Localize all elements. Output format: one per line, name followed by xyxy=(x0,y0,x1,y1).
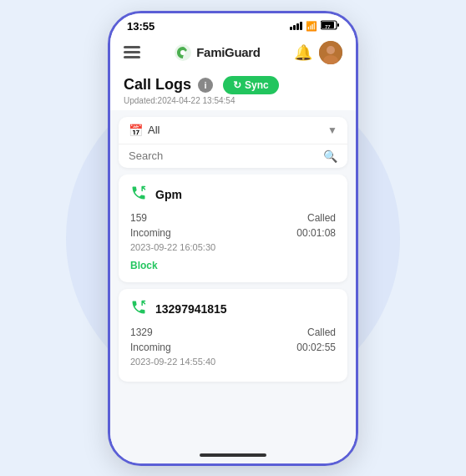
info-icon[interactable]: i xyxy=(198,78,213,93)
logo-icon xyxy=(174,43,192,62)
svg-point-5 xyxy=(180,50,185,55)
status-bar: 13:55 📶 77 xyxy=(110,13,356,36)
call-detail-row-1b: Incoming 00:01:08 xyxy=(130,227,336,239)
svg-point-7 xyxy=(327,46,335,54)
contact-name-1: Gpm xyxy=(155,188,182,201)
call-short-id-2: 1329 xyxy=(130,327,153,338)
phone-content: Call Logs i ↻ Sync Updated:2024-04-22 13… xyxy=(110,69,356,466)
call-short-id-1: 159 xyxy=(130,212,147,224)
filter-label: All xyxy=(148,124,160,136)
status-time: 13:55 xyxy=(127,20,154,33)
updated-text: Updated:2024-04-22 13:54:54 xyxy=(124,96,342,105)
battery-icon: 77 xyxy=(321,20,339,32)
top-nav: FamiGuard 🔔 xyxy=(110,36,356,69)
call-type-1: Called xyxy=(307,212,336,224)
call-list: Gpm 159 Called Incoming 00:01:08 2023-09… xyxy=(110,175,356,435)
home-indicator xyxy=(200,453,266,457)
call-detail-row-2a: 1329 Called xyxy=(130,327,336,338)
phone-frame: 13:55 📶 77 xyxy=(108,11,358,466)
logo-text: FamiGuard xyxy=(196,45,260,59)
call-direction-1: Incoming xyxy=(130,227,171,239)
call-duration-2: 00:02:55 xyxy=(296,342,336,353)
filter-left: 📅 All xyxy=(129,124,160,137)
filter-search-area: 📅 All ▼ 🔍 xyxy=(110,110,356,175)
call-detail-row-2b: Incoming 00:02:55 xyxy=(130,342,336,353)
status-icons: 📶 77 xyxy=(290,20,339,32)
svg-rect-2 xyxy=(337,23,339,27)
call-type-2: Called xyxy=(307,327,336,338)
logo-area: FamiGuard xyxy=(174,43,260,62)
call-timestamp-2: 2023-09-22 14:55:40 xyxy=(130,357,336,367)
signal-icon xyxy=(290,22,302,30)
chevron-down-icon: ▼ xyxy=(327,124,337,136)
phone-incoming-icon-1 xyxy=(130,185,147,205)
page-title-row: Call Logs i ↻ Sync xyxy=(124,76,342,94)
filter-dropdown[interactable]: 📅 All ▼ xyxy=(119,117,347,144)
notification-bell-icon[interactable]: 🔔 xyxy=(294,43,312,62)
call-header-row-2: 13297941815 xyxy=(130,299,336,320)
sync-arrow-icon: ↻ xyxy=(233,79,241,91)
search-icon: 🔍 xyxy=(323,149,337,163)
call-card-2: 13297941815 1329 Called Incoming 00:02:5… xyxy=(119,289,347,382)
call-detail-row-1a: 159 Called xyxy=(130,212,336,224)
call-direction-2: Incoming xyxy=(130,342,171,353)
phone-incoming-icon-2 xyxy=(130,299,147,320)
call-timestamp-1: 2023-09-22 16:05:30 xyxy=(130,242,336,252)
filter-section: 📅 All ▼ 🔍 xyxy=(119,117,347,168)
calendar-icon: 📅 xyxy=(129,124,143,137)
search-row: 🔍 xyxy=(119,144,347,168)
contact-name-2: 13297941815 xyxy=(155,302,227,316)
search-input[interactable] xyxy=(129,149,318,162)
svg-text:77: 77 xyxy=(325,24,331,29)
call-header-row-1: Gpm xyxy=(130,185,336,205)
sync-button[interactable]: ↻ Sync xyxy=(223,76,279,94)
block-link-1[interactable]: Block xyxy=(130,260,158,271)
nav-right: 🔔 xyxy=(294,41,342,64)
hamburger-menu-icon[interactable] xyxy=(124,46,140,58)
page-title: Call Logs xyxy=(124,76,191,94)
page-header: Call Logs i ↻ Sync Updated:2024-04-22 13… xyxy=(110,69,356,110)
wifi-icon: 📶 xyxy=(306,21,317,32)
call-duration-1: 00:01:08 xyxy=(296,227,336,239)
call-card-1: Gpm 159 Called Incoming 00:01:08 2023-09… xyxy=(119,175,347,282)
avatar[interactable] xyxy=(319,41,342,64)
